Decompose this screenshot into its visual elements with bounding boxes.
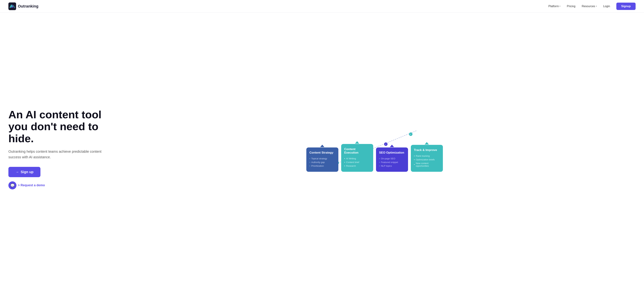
- list-item: Content brief: [344, 161, 370, 163]
- card-arrow-strategy: [320, 145, 324, 147]
- demo-link[interactable]: 💬 > Request a demo: [8, 181, 45, 189]
- card-arrow-track: [425, 142, 429, 144]
- card-items-execution: AI Writing Content brief Research: [344, 157, 370, 167]
- list-item: On-page SEO: [379, 157, 405, 160]
- list-item: Topical strategy: [310, 157, 335, 160]
- demo-bubble-icon: 💬: [8, 181, 16, 189]
- card-arrow-seo: [390, 145, 394, 147]
- nav-pricing[interactable]: Pricing: [567, 5, 576, 8]
- hero-diagram: ✓ ✓ ✓ ✓ Content Strategy Topical strateg…: [114, 105, 636, 193]
- chevron-down-icon: ▾: [560, 5, 560, 7]
- list-item: Authority gap: [310, 161, 335, 163]
- signup-label: Sign up: [21, 170, 34, 174]
- logo-icon: [8, 2, 16, 10]
- card-arrow-execution: [355, 141, 359, 144]
- signup-button[interactable]: → Sign up: [8, 167, 40, 177]
- card-title-strategy: Content Strategy: [310, 151, 335, 154]
- hero-section: An AI content tool you don't need to hid…: [0, 12, 644, 282]
- hero-left: An AI content tool you don't need to hid…: [8, 109, 106, 189]
- card-title-seo: SEO Optimization: [379, 151, 405, 154]
- card-items-strategy: Topical strategy Authority gap Prioritiz…: [310, 157, 335, 167]
- card-track-improve: Track & Improve Rank tracking Optimizati…: [411, 145, 443, 172]
- signup-icon: →: [16, 170, 19, 174]
- nav-login[interactable]: Login: [603, 5, 610, 8]
- logo-text: Outranking: [18, 4, 38, 8]
- list-item: Featured snippet: [379, 161, 405, 163]
- card-title-track: Track & Improve: [414, 148, 440, 152]
- list-item: New content opportunities: [414, 162, 440, 167]
- hero-subtitle: Outranking helps content teams achieve p…: [8, 149, 106, 160]
- list-item: Optimization briefs: [414, 158, 440, 161]
- list-item: Prioritization: [310, 165, 335, 167]
- list-item: NLP topics: [379, 165, 405, 167]
- card-content-execution: Content Execution AI Writing Content bri…: [341, 144, 373, 172]
- nav-signup-button[interactable]: Signup: [616, 3, 636, 10]
- nav-links: Platform ▾ Pricing Resources ▾ Login Sig…: [548, 3, 636, 10]
- chevron-down-icon-2: ▾: [596, 5, 597, 7]
- card-items-track: Rank tracking Optimization briefs New co…: [414, 155, 440, 167]
- logo[interactable]: Outranking: [8, 2, 38, 10]
- hero-cta: → Sign up 💬 > Request a demo: [8, 167, 106, 189]
- diagram-container: ✓ ✓ ✓ ✓ Content Strategy Topical strateg…: [303, 123, 446, 175]
- card-seo-optimization: SEO Optimization On-page SEO Featured sn…: [376, 147, 408, 172]
- card-content-strategy: Content Strategy Topical strategy Author…: [306, 147, 338, 172]
- list-item: AI Writing: [344, 157, 370, 160]
- navbar: Outranking Platform ▾ Pricing Resources …: [0, 0, 644, 12]
- card-title-execution: Content Execution: [344, 147, 370, 154]
- list-item: Research: [344, 165, 370, 167]
- list-item: Rank tracking: [414, 155, 440, 157]
- nav-resources[interactable]: Resources ▾: [582, 5, 597, 8]
- diagram-cards: Content Strategy Topical strategy Author…: [303, 123, 446, 175]
- hero-title: An AI content tool you don't need to hid…: [8, 109, 106, 144]
- card-items-seo: On-page SEO Featured snippet NLP topics: [379, 157, 405, 167]
- nav-platform[interactable]: Platform ▾: [548, 5, 561, 8]
